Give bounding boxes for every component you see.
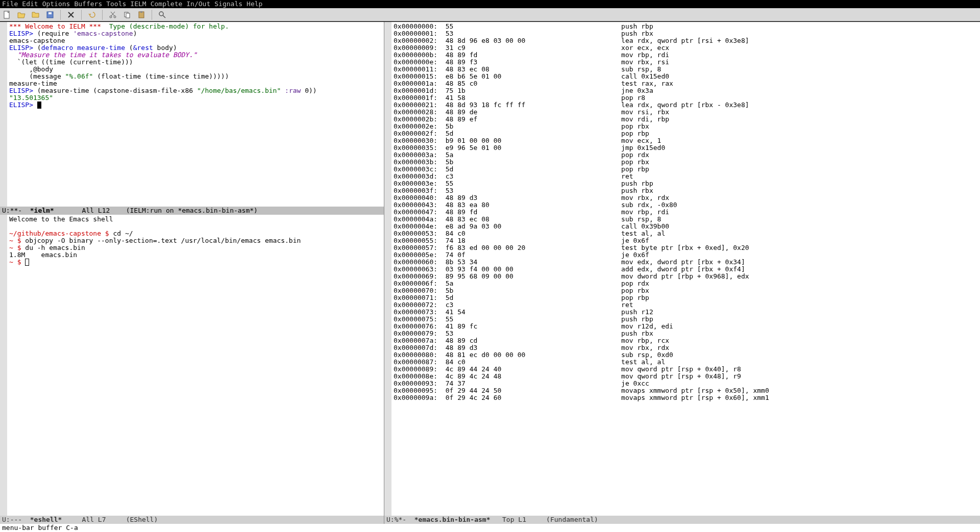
echo-area: menu-bar buffer C-a (0, 524, 980, 532)
disasm-line: 0x00000087: 84 c0 test al, al (394, 359, 978, 366)
close-icon[interactable] (66, 10, 76, 20)
disasm-line: 0x00000070: 5b pop rbx (394, 287, 978, 294)
paste-icon[interactable] (136, 10, 146, 20)
separator-icon (102, 10, 103, 20)
disasm-line: 0x0000001d: 75 1b jne 0x3a (394, 87, 978, 94)
disasm-line: 0x0000007a: 48 89 cd mov rbp, rcx (394, 337, 978, 344)
buffer-name: *emacs.bin-bin-asm* (414, 516, 491, 523)
disasm-modeline[interactable]: U:%*- *emacs.bin-bin-asm* Top L1 (Fundam… (384, 516, 980, 524)
disasm-buffer[interactable]: 0x00000000: 55 push rbp0x00000001: 53 pu… (384, 22, 980, 516)
disasm-line: 0x0000000b: 48 89 fd mov rbp, rdi (394, 52, 978, 59)
disasm-line: 0x0000006f: 5a pop rdx (394, 280, 978, 287)
search-icon[interactable] (157, 10, 167, 20)
svg-rect-6 (126, 13, 130, 18)
separator-icon (60, 10, 61, 20)
disasm-line: 0x00000015: e8 b6 5e 01 00 call 0x15ed0 (394, 73, 978, 80)
disasm-line: 0x00000002: 48 8d 96 e8 03 00 00 lea rdx… (394, 37, 978, 44)
eshell-prompt: ~/github/emacs-capstone $ (9, 230, 109, 237)
undo-icon[interactable] (87, 10, 97, 20)
copy-icon[interactable] (122, 10, 132, 20)
menu-bar[interactable]: FileEditOptionsBuffersToolsIELMCompleteI… (0, 0, 980, 8)
toolbar (0, 8, 980, 21)
disasm-line: 0x00000079: 53 push rbx (394, 330, 978, 337)
disasm-line: 0x00000021: 48 8d 93 18 fc ff ff lea rdx… (394, 102, 978, 109)
save-icon[interactable] (45, 10, 55, 20)
disasm-line: 0x00000080: 48 81 ec d0 00 00 00 sub rsp… (394, 351, 978, 359)
menu-item-complete[interactable]: Complete (151, 0, 183, 8)
disasm-line: 0x0000004a: 48 83 ec 08 sub rsp, 8 (394, 216, 978, 223)
buffer-name: *ielm* (30, 207, 54, 214)
cut-icon[interactable] (108, 10, 118, 20)
ielm-welcome: *** Welcome to IELM *** (9, 22, 101, 30)
disasm-line: 0x00000035: e9 96 5e 01 00 jmp 0x15ed0 (394, 144, 978, 151)
menu-item-help[interactable]: Help (247, 0, 262, 8)
echo-text: menu-bar buffer C-a (2, 524, 78, 531)
open-dir-icon[interactable] (31, 10, 41, 20)
ielm-hint: Type (describe-mode) for help. (101, 22, 229, 30)
disasm-line: 0x0000009a: 0f 29 4c 24 60 movaps xmmwor… (394, 394, 978, 401)
menu-item-options[interactable]: Options (42, 0, 70, 8)
open-file-icon[interactable] (16, 10, 27, 20)
menu-item-inout[interactable]: In/Out (186, 0, 210, 8)
disasm-line: 0x0000003b: 5b pop rbx (394, 159, 978, 166)
eshell-buffer[interactable]: Welcome to the Emacs shell~/github/emacs… (0, 215, 384, 516)
modeline-text: U:%*- *emacs.bin-bin-asm* Top L1 (Fundam… (386, 516, 598, 523)
disasm-line: 0x00000043: 48 83 ea 80 sub rdx, -0x80 (394, 201, 978, 209)
ielm-prompt: ELISP> (9, 30, 37, 37)
disasm-line: 0x00000089: 4c 89 44 24 40 mov qword ptr… (394, 366, 978, 373)
ielm-buffer[interactable]: *** Welcome to IELM *** Type (describe-m… (0, 22, 384, 207)
modeline-text: U:--- *eshell* All L7 (EShell) (2, 516, 158, 523)
disasm-line: 0x00000030: b9 01 00 00 00 mov ecx, 1 (394, 137, 978, 144)
disasm-line: 0x00000063: 03 93 f4 00 00 00 add edx, d… (394, 266, 978, 273)
svg-rect-2 (48, 12, 52, 14)
disasm-line: 0x00000075: 55 push rbp (394, 316, 978, 323)
ielm-modeline[interactable]: U:**- *ielm* All L12 (IELM:run on *emacs… (0, 207, 384, 215)
menu-item-signals[interactable]: Signals (214, 0, 242, 8)
disasm-line: 0x00000095: 0f 29 44 24 50 movaps xmmwor… (394, 387, 978, 394)
disasm-line: 0x00000009: 31 c9 xor ecx, ecx (394, 44, 978, 52)
menu-item-ielm[interactable]: IELM (130, 0, 146, 8)
disasm-line: 0x0000003f: 53 push rbx (394, 187, 978, 194)
right-column: 0x00000000: 55 push rbp0x00000001: 53 pu… (384, 22, 980, 524)
new-file-icon[interactable] (2, 10, 12, 20)
disasm-line: 0x00000001: 53 push rbx (394, 30, 978, 37)
eshell-prompt: ~ $ (9, 244, 21, 251)
ielm-prompt: ELISP> (9, 101, 37, 109)
buffer-name: *eshell* (30, 516, 62, 523)
menu-item-file[interactable]: File (2, 0, 18, 8)
disasm-line: 0x00000040: 48 89 d3 mov rbx, rdx (394, 194, 978, 201)
disasm-line: 0x0000008e: 4c 89 4c 24 48 mov qword ptr… (394, 373, 978, 380)
menu-item-edit[interactable]: Edit (22, 0, 38, 8)
disasm-line: 0x0000007d: 48 89 d3 mov rbx, rdx (394, 344, 978, 351)
ielm-prompt: ELISP> (9, 87, 37, 94)
disasm-line: 0x0000001f: 41 58 pop r8 (394, 94, 978, 102)
disasm-line: 0x00000072: c3 ret (394, 301, 978, 309)
disasm-line: 0x0000003c: 5d pop rbp (394, 166, 978, 173)
editor-area: *** Welcome to IELM *** Type (describe-m… (0, 21, 980, 524)
disasm-line: 0x00000069: 89 95 68 09 00 00 mov dword … (394, 273, 978, 280)
cursor (37, 102, 41, 109)
eshell-welcome: Welcome to the Emacs shell (9, 215, 113, 223)
ielm-prompt: ELISP> (9, 44, 37, 52)
menu-item-tools[interactable]: Tools (106, 0, 126, 8)
separator-icon (81, 10, 82, 20)
disasm-line: 0x00000011: 48 83 ec 08 sub rsp, 8 (394, 66, 978, 73)
disasm-line: 0x00000071: 5d pop rbp (394, 294, 978, 301)
disasm-line: 0x00000076: 41 89 fc mov r12d, edi (394, 323, 978, 330)
disasm-line: 0x00000093: 74 37 je 0xcc (394, 380, 978, 387)
disasm-line: 0x00000073: 41 54 push r12 (394, 309, 978, 316)
disasm-line: 0x0000002b: 48 89 ef mov rdi, rbp (394, 116, 978, 123)
disasm-line: 0x0000002e: 5b pop rbx (394, 123, 978, 130)
disasm-line: 0x0000004e: e8 ad 9a 03 00 call 0x39b00 (394, 223, 978, 230)
disasm-line: 0x00000057: f6 83 ed 00 00 00 20 test by… (394, 244, 978, 251)
disasm-line: 0x0000003d: c3 ret (394, 173, 978, 180)
disasm-line: 0x00000053: 84 c0 test al, al (394, 230, 978, 237)
disasm-line: 0x00000047: 48 89 fd mov rbp, rdi (394, 209, 978, 216)
svg-point-9 (159, 12, 163, 16)
menu-item-buffers[interactable]: Buffers (74, 0, 102, 8)
eshell-prompt: ~ $ (9, 237, 21, 244)
eshell-modeline[interactable]: U:--- *eshell* All L7 (EShell) (0, 516, 384, 524)
disasm-line: 0x0000000e: 48 89 f3 mov rbx, rsi (394, 59, 978, 66)
eshell-prompt: ~ $ (9, 258, 21, 266)
svg-rect-8 (140, 11, 142, 13)
